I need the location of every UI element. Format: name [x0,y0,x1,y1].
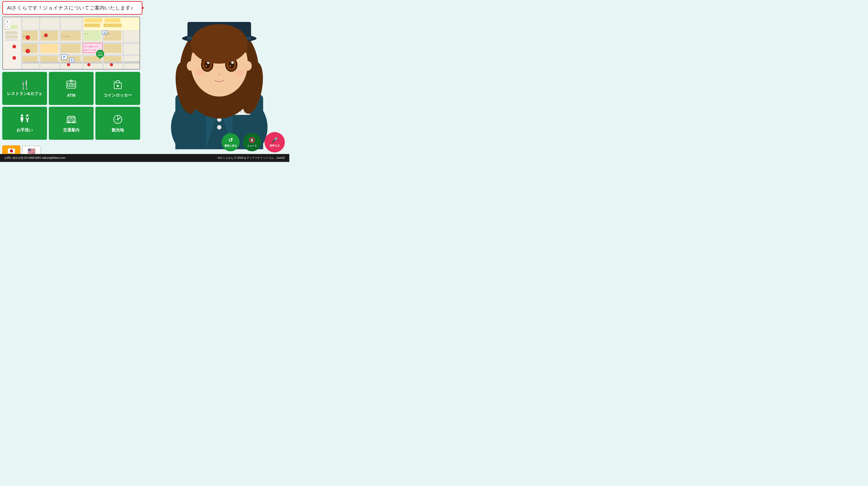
svg-rect-36 [103,24,122,27]
svg-rect-68 [117,85,119,87]
svg-rect-34 [105,18,121,22]
svg-rect-2 [3,55,140,56]
controls-row: ↺ 最初に戻る 🔇 ミュート 🎤 音声入力 [221,132,285,152]
svg-point-113 [234,70,245,75]
back-label: 最初に戻る [224,144,237,147]
atm-button[interactable]: ATM ATM [49,72,94,105]
map-svg: ダイヤ★キッチン 詳大 ページへ▶ P P P 現在地 HERE タカシマヤ [3,17,140,70]
svg-rect-31 [5,39,18,41]
svg-text:ビックカメラ: ビックカメラ [62,36,70,37]
svg-text:ユニクロ: ユニクロ [105,33,110,34]
footer-bar: お問い合わせ先 03-3468-5661 sakura@tifana.com A… [0,154,289,162]
atm-icon: ATM [66,79,76,91]
svg-point-115 [244,61,252,71]
svg-rect-6 [21,17,22,70]
speech-bubble: AIさくらです！ジョイナスについてご案内いたします♪ [2,1,143,15]
svg-point-114 [187,61,195,71]
svg-point-50 [12,45,16,49]
svg-point-110 [230,65,231,66]
svg-text:ノジマ: ノジマ [84,33,88,34]
map-zoom-controls: + − [5,19,10,29]
svg-rect-22 [22,56,38,62]
svg-point-71 [26,115,29,117]
svg-text:ATM: ATM [69,84,74,86]
svg-rect-74 [72,117,74,119]
back-button[interactable]: ↺ 最初に戻る [221,133,240,151]
mute-label: ミュート [247,144,257,147]
svg-text:詳大 ページへ▶: 詳大 ページへ▶ [84,49,96,51]
japanese-flag: 🇯🇵 [7,147,16,155]
restroom-button[interactable]: お手洗い [2,107,47,140]
sightseeing-button[interactable]: 観光地 [95,107,140,140]
speech-text: AIさくらです！ジョイナスについてご案内いたします♪ [7,4,133,11]
mute-icon: 🔇 [249,137,255,143]
contact-info: お問い合わせ先 03-3468-5661 sakura@tifana.com [4,156,65,160]
atm-label: ATM [67,93,75,98]
transport-button[interactable]: 交通案内 [49,107,94,140]
copyright-info: AIさくらさん © 2016 ψ ティファナドットコム Live2D [217,156,285,160]
svg-point-49 [12,56,16,60]
svg-point-111 [218,74,220,75]
locker-icon [112,79,123,91]
svg-text:P: P [71,59,73,62]
left-panel: AIさくらです！ジョイナスについてご案内いたします♪ + − [2,1,143,159]
transport-label: 交通案内 [63,127,79,133]
svg-rect-7 [39,17,40,70]
zoom-in-button[interactable]: + [5,19,10,24]
transport-icon [66,114,76,125]
map-container: + − [2,17,140,70]
restroom-icon [18,114,31,125]
svg-text:タカシマヤ: タカシマヤ [23,36,30,37]
svg-text:現在地: 現在地 [98,52,103,53]
restaurant-label: レストラン&カフェ [7,91,42,96]
svg-point-70 [21,115,23,117]
svg-rect-8 [59,17,61,70]
svg-rect-29 [5,31,18,34]
microphone-icon: 🎤 [271,137,278,143]
restaurant-button[interactable]: 🍴 レストラン&カフェ [2,72,47,105]
svg-point-53 [110,63,113,66]
svg-rect-23 [40,56,58,62]
svg-rect-17 [22,44,38,53]
svg-rect-33 [84,18,102,22]
svg-text:HERE: HERE [98,54,103,56]
locker-label: コインロッカー [103,92,132,98]
svg-point-112 [194,70,205,75]
svg-point-52 [87,63,90,66]
voice-label: 音声入力 [270,144,280,147]
zoom-out-button[interactable]: − [5,24,10,29]
svg-rect-18 [40,44,58,53]
back-icon: ↺ [228,137,233,143]
svg-rect-30 [5,35,18,38]
restroom-label: お手洗い [17,127,33,133]
svg-rect-35 [84,24,100,27]
svg-rect-21 [104,44,121,53]
service-button-grid: 🍴 レストラン&カフェ ATM ATM [2,72,140,140]
right-panel: さくら [143,0,289,154]
svg-point-46 [26,49,30,53]
svg-text:ソフマップ: ソフマップ [41,35,49,37]
svg-rect-73 [68,117,71,119]
svg-rect-78 [66,122,76,123]
character-illustration: さくら [149,0,289,149]
svg-rect-26 [104,56,121,62]
svg-rect-15 [84,31,101,41]
svg-point-51 [67,63,70,66]
restaurant-icon: 🍴 [20,81,30,89]
svg-text:ダイヤ★キッチン: ダイヤ★キッチン [84,46,99,48]
sightseeing-icon [112,114,123,125]
svg-rect-19 [61,44,81,53]
svg-point-105 [206,65,207,66]
svg-text:P: P [63,55,65,59]
locker-button[interactable]: コインロッカー [95,72,140,105]
mute-button[interactable]: 🔇 ミュート [243,133,261,151]
svg-point-91 [217,125,221,129]
sightseeing-label: 観光地 [112,127,124,133]
voice-input-button[interactable]: 🎤 音声入力 [265,132,285,152]
svg-rect-1 [3,42,140,44]
